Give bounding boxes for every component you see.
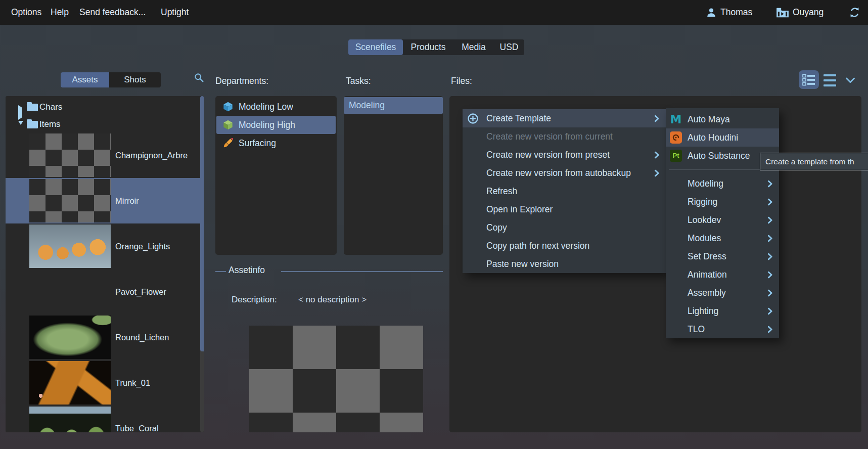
submenu-arrow-icon — [654, 151, 660, 159]
menu-help[interactable]: Help — [51, 0, 69, 25]
departments-label: Departments: — [215, 74, 268, 87]
menu-uptight[interactable]: Uptight — [161, 0, 189, 25]
asset-row-round-lichen[interactable]: Round_Lichen — [6, 315, 204, 360]
menu-item-refresh[interactable]: Refresh — [463, 182, 666, 200]
department-label: Modeling Low — [239, 98, 293, 116]
submenu-item-assembly[interactable]: Assembly — [666, 284, 779, 302]
submenu-item-rigging[interactable]: Rigging — [666, 193, 779, 211]
menu-item-create-template[interactable]: Create Template — [463, 109, 666, 127]
department-modeling-low[interactable]: Modeling Low — [216, 98, 336, 116]
tab-shots[interactable]: Shots — [109, 72, 161, 87]
user-indicator[interactable]: Thomas — [706, 0, 752, 25]
department-modeling-high[interactable]: Modeling High — [216, 116, 336, 134]
menu-send-feedback[interactable]: Send feedback... — [79, 0, 146, 25]
asset-name: Pavot_Flower — [115, 269, 166, 315]
asset-name: Trunk_01 — [115, 360, 150, 406]
tab-assets[interactable]: Assets — [61, 72, 109, 87]
submenu-item-label: Auto Maya — [688, 114, 730, 124]
submenu-item-label: Animation — [688, 270, 727, 280]
menu-item-open-in-explorer[interactable]: Open in Explorer — [463, 200, 666, 218]
tab-products[interactable]: Products — [403, 39, 453, 55]
submenu-item-modeling[interactable]: Modeling — [666, 174, 779, 193]
submenu-item-set-dress[interactable]: Set Dress — [666, 247, 779, 265]
list-view-button[interactable] — [824, 74, 836, 86]
submenu-arrow-icon — [767, 307, 773, 315]
search-icon[interactable] — [194, 72, 204, 83]
asset-thumbnail — [29, 224, 111, 268]
menu-item-copy-path[interactable]: Copy path for next version — [463, 237, 666, 255]
assetinfo-divider — [215, 271, 226, 272]
tab-usd[interactable]: USD — [494, 39, 524, 55]
tasks-label: Tasks: — [346, 74, 371, 87]
brush-orange-icon — [222, 138, 234, 149]
refresh-icon[interactable] — [848, 6, 861, 19]
asset-thumbnail — [29, 316, 111, 359]
submenu-item-lookdev[interactable]: Lookdev — [666, 211, 779, 229]
menu-item-label: Copy path for next version — [486, 241, 589, 251]
menu-item-label: Create new version from preset — [486, 150, 610, 160]
folder-label: Items — [39, 116, 61, 132]
create-template-submenu: M Auto Maya Auto Houdini Pt Auto Substan… — [666, 108, 779, 338]
detail-view-button[interactable] — [799, 70, 819, 89]
submenu-item-auto-houdini[interactable]: Auto Houdini — [666, 128, 779, 147]
asset-row-trunk-01[interactable]: Trunk_01 — [6, 360, 204, 406]
asset-row-champignon[interactable]: Champignon_Arbre — [6, 132, 204, 178]
menu-item-create-from-current: Create new version from current — [463, 127, 666, 146]
submenu-arrow-icon — [767, 271, 773, 279]
submenu-arrow-icon — [767, 326, 773, 333]
asset-row-mirroir[interactable]: Mirroir — [6, 178, 204, 223]
project-name: Ouyang — [793, 0, 824, 25]
maya-icon: M — [670, 113, 682, 125]
menu-item-create-from-preset[interactable]: Create new version from preset — [463, 146, 666, 164]
submenu-item-auto-maya[interactable]: M Auto Maya — [666, 110, 779, 128]
department-label: Surfacing — [239, 134, 276, 152]
menu-item-label: Paste new version — [486, 259, 559, 269]
cube-green-icon — [222, 119, 234, 130]
description-label: Description: — [232, 295, 277, 305]
user-name: Thomas — [720, 0, 752, 25]
menu-item-label: Create new version from current — [486, 131, 613, 142]
description-value: < no description > — [298, 295, 367, 305]
tree-folder-chars[interactable]: Chars — [6, 99, 204, 115]
submenu-item-label: Assembly — [688, 288, 726, 298]
asset-name: Champignon_Arbre — [115, 132, 188, 178]
submenu-item-animation[interactable]: Animation — [666, 265, 779, 284]
asset-name: Tube_Coral — [115, 406, 159, 432]
menu-item-paste-new-version[interactable]: Paste new version — [463, 255, 666, 273]
assetinfo-divider — [281, 271, 443, 272]
submenu-item-label: Lookdev — [688, 215, 721, 225]
bar — [824, 84, 836, 86]
tree-scrollbar-handle[interactable] — [200, 96, 204, 351]
submenu-arrow-icon — [767, 235, 773, 242]
submenu-item-modules[interactable]: Modules — [666, 229, 779, 247]
tab-media[interactable]: Media — [453, 39, 494, 55]
submenu-arrow-icon — [767, 216, 773, 224]
tab-scenefiles[interactable]: Scenefiles — [348, 39, 403, 55]
submenu-item-lighting[interactable]: Lighting — [666, 302, 779, 320]
asset-thumbnail — [29, 179, 111, 222]
submenu-item-label: Auto Houdini — [688, 132, 738, 143]
tree-scrollbar[interactable] — [200, 96, 204, 432]
tree-folder-items[interactable]: Items — [6, 116, 204, 132]
asset-row-pavot-flower[interactable]: Pavot_Flower — [6, 269, 204, 315]
asset-preview-image — [249, 326, 423, 432]
department-surfacing[interactable]: Surfacing — [216, 134, 336, 152]
submenu-departments: Modeling Rigging Lookdev Modules Set Dre… — [666, 174, 779, 338]
submenu-arrow-icon — [654, 115, 660, 122]
submenu-item-label: Lighting — [688, 306, 718, 316]
asset-row-orange-lights[interactable]: Orange_Lights — [6, 223, 204, 269]
asset-row-tube-coral[interactable]: Tube_Coral — [6, 406, 204, 432]
bar — [824, 74, 836, 76]
menu-options[interactable]: Options — [11, 0, 41, 25]
tasks-panel: Modeling — [344, 96, 443, 255]
project-indicator[interactable]: Ouyang — [776, 0, 824, 25]
files-label: Files: — [451, 74, 472, 87]
menu-item-create-from-autobackup[interactable]: Create new version from autobackup — [463, 164, 666, 182]
chevron-down-icon[interactable] — [845, 77, 855, 84]
task-modeling[interactable]: Modeling — [344, 97, 443, 114]
submenu-item-tlo[interactable]: TLO — [666, 320, 779, 338]
asset-name: Mirroir — [115, 178, 139, 223]
bar — [824, 79, 836, 81]
submenu-item-label: Rigging — [688, 197, 717, 207]
menu-item-copy[interactable]: Copy — [463, 218, 666, 237]
